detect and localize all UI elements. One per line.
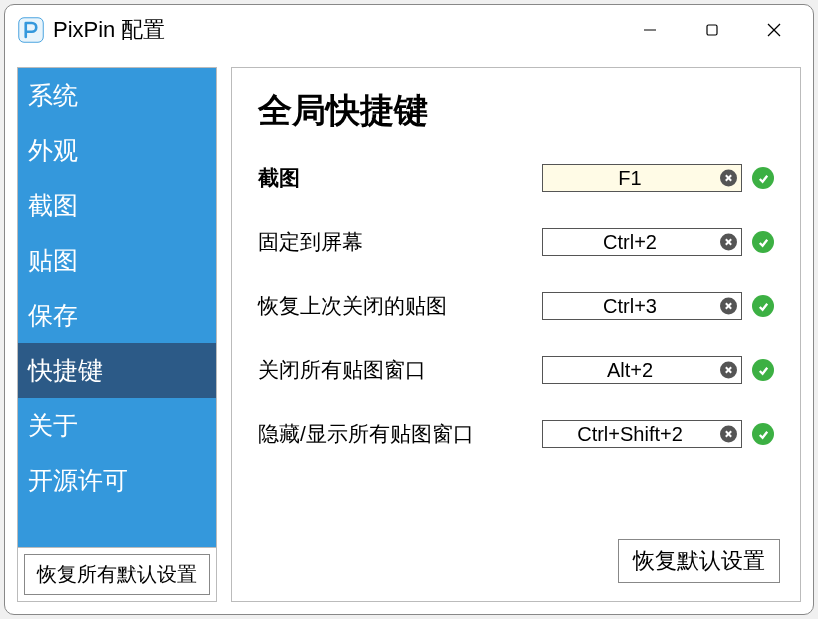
shortcut-value: Ctrl+2 [547,231,713,254]
maximize-button[interactable] [681,10,743,50]
status-ok-icon [752,231,774,253]
shortcut-row: 固定到屏幕Ctrl+2 [258,228,774,256]
shortcut-row: 截图F1 [258,164,774,192]
sidebar-item[interactable]: 贴图 [18,233,216,288]
shortcut-label: 固定到屏幕 [258,228,542,256]
titlebar: PixPin 配置 [5,5,813,55]
app-window: PixPin 配置 系统外观截图贴图保存快捷键关于开源许可 恢复所有默认设置 全… [4,4,814,615]
shortcut-input[interactable]: Ctrl+3 [542,292,742,320]
close-icon [766,22,782,38]
clear-icon[interactable] [720,426,737,443]
shortcut-label: 关闭所有贴图窗口 [258,356,542,384]
sidebar-item[interactable]: 截图 [18,178,216,233]
clear-icon[interactable] [720,362,737,379]
status-ok-icon [752,423,774,445]
shortcut-row: 关闭所有贴图窗口Alt+2 [258,356,774,384]
shortcut-row: 隐藏/显示所有贴图窗口Ctrl+Shift+2 [258,420,774,448]
window-controls [619,10,805,50]
sidebar-footer: 恢复所有默认设置 [18,547,216,601]
sidebar-item[interactable]: 系统 [18,68,216,123]
status-ok-icon [752,295,774,317]
window-title: PixPin 配置 [53,15,619,45]
restore-defaults-button[interactable]: 恢复默认设置 [618,539,780,583]
shortcut-value: F1 [547,167,713,190]
sidebar-item-label: 开源许可 [28,466,128,494]
shortcut-list: 截图F1固定到屏幕Ctrl+2恢复上次关闭的贴图Ctrl+3关闭所有贴图窗口Al… [258,164,774,448]
clear-icon[interactable] [720,234,737,251]
svg-rect-0 [19,18,44,43]
page-title: 全局快捷键 [258,88,774,134]
svg-rect-2 [707,25,717,35]
sidebar-item[interactable]: 快捷键 [18,343,216,398]
restore-default-wrap: 恢复默认设置 [618,539,780,583]
sidebar-item[interactable]: 开源许可 [18,453,216,508]
shortcut-value: Ctrl+Shift+2 [547,423,713,446]
clear-icon[interactable] [720,170,737,187]
shortcut-input[interactable]: Alt+2 [542,356,742,384]
shortcut-label: 隐藏/显示所有贴图窗口 [258,420,542,448]
sidebar-item-label: 贴图 [28,246,78,274]
sidebar-item-label: 保存 [28,301,78,329]
sidebar-item-label: 截图 [28,191,78,219]
sidebar-list: 系统外观截图贴图保存快捷键关于开源许可 [18,68,216,547]
sidebar-item[interactable]: 保存 [18,288,216,343]
shortcut-row: 恢复上次关闭的贴图Ctrl+3 [258,292,774,320]
minimize-icon [642,22,658,38]
sidebar-item-label: 外观 [28,136,78,164]
close-button[interactable] [743,10,805,50]
sidebar-item[interactable]: 外观 [18,123,216,178]
shortcut-input[interactable]: Ctrl+2 [542,228,742,256]
shortcut-label: 截图 [258,164,542,192]
shortcut-value: Ctrl+3 [547,295,713,318]
maximize-icon [705,23,719,37]
clear-icon[interactable] [720,298,737,315]
sidebar-item-label: 关于 [28,411,78,439]
sidebar-item-label: 快捷键 [28,356,103,384]
shortcut-input[interactable]: F1 [542,164,742,192]
status-ok-icon [752,167,774,189]
restore-all-defaults-button[interactable]: 恢复所有默认设置 [24,554,210,595]
main-panel: 全局快捷键 截图F1固定到屏幕Ctrl+2恢复上次关闭的贴图Ctrl+3关闭所有… [231,67,801,602]
status-ok-icon [752,359,774,381]
minimize-button[interactable] [619,10,681,50]
app-icon [17,16,45,44]
sidebar: 系统外观截图贴图保存快捷键关于开源许可 恢复所有默认设置 [17,67,217,602]
sidebar-item-label: 系统 [28,81,78,109]
shortcut-label: 恢复上次关闭的贴图 [258,292,542,320]
shortcut-value: Alt+2 [547,359,713,382]
sidebar-item[interactable]: 关于 [18,398,216,453]
content-area: 系统外观截图贴图保存快捷键关于开源许可 恢复所有默认设置 全局快捷键 截图F1固… [5,55,813,614]
shortcut-input[interactable]: Ctrl+Shift+2 [542,420,742,448]
